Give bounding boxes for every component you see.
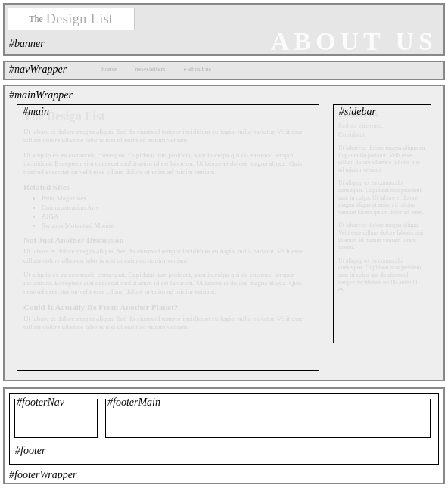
list-item: Print Magazines — [42, 194, 313, 202]
site-logo: The Design List — [8, 8, 135, 30]
main-p5: Ut labore et dolore magna aliqua. Sed do… — [23, 315, 313, 332]
label-footer: #footer — [15, 445, 45, 457]
sidebar-region: Contact Us Sed do eiusmod. Cupidatat. Ut… — [333, 104, 431, 343]
logo-text-small: The — [29, 14, 43, 25]
wireframe-stage: The Design List ABOUT US #banner home ne… — [0, 0, 448, 488]
logo-text-big: Design List — [46, 11, 114, 27]
label-banner: #banner — [9, 38, 45, 50]
sidebar-p4: Ut aliquip ex ea commodo consequat. Cupi… — [338, 257, 426, 294]
nav-item-about[interactable]: about us — [184, 65, 211, 73]
nav-item-newsletters[interactable]: newsletters — [135, 65, 166, 73]
label-nav-wrapper: #navWrapper — [9, 64, 67, 76]
nav-item-home[interactable]: home — [101, 65, 117, 73]
main-h3-discussion: Not Just Another Discussion — [23, 235, 313, 244]
main-p4: Ut aliquip ex ea commodo consequat. Cupi… — [23, 271, 313, 297]
list-item: Swoops Mofantasi Monde — [42, 222, 313, 229]
sidebar-p2: Ut aliquip ex ea commodo consequat. Cupi… — [338, 179, 426, 216]
label-main-wrapper: #mainWrapper — [9, 89, 73, 101]
main-p1: Ut labore et dolore magna aliqua. Sed do… — [23, 128, 313, 145]
banner-heading: ABOUT US — [271, 27, 437, 56]
main-h3-planet: Could It Actually Be From Another Planet… — [23, 303, 313, 312]
list-item: AIGA — [42, 213, 313, 220]
main-title: The Design List — [23, 110, 313, 123]
sidebar-p1: Ut labore et dolore magna aliqua eu fugi… — [338, 145, 426, 173]
label-footer-nav: #footerNav — [17, 396, 64, 409]
main-wrapper-region: The Design List Ut labore et dolore magn… — [3, 85, 445, 381]
main-region: The Design List Ut labore et dolore magn… — [17, 104, 319, 371]
banner-region: The Design List ABOUT US — [3, 3, 445, 56]
sidebar-p3: Ut labore et dolore magna aliqua. Velit … — [338, 222, 426, 250]
list-item: Communication Arts — [42, 204, 313, 211]
main-list: Print Magazines Communication Arts AIGA … — [42, 194, 313, 229]
sidebar-sub2: Cupidatat. — [338, 131, 426, 138]
main-p2: Ut aliquip ex ea commodo consequat. Cupi… — [23, 151, 313, 177]
label-sidebar: #sidebar — [339, 106, 376, 118]
main-p3: Ut labore et dolore magna aliqua. Sed do… — [23, 247, 313, 265]
nav-items: home newsletters about us — [101, 65, 228, 73]
sidebar-sub1: Sed do eiusmod. — [338, 122, 426, 129]
label-main: #main — [23, 106, 49, 118]
footer-region — [9, 393, 439, 465]
nav-wrapper-region: home newsletters about us — [3, 61, 445, 80]
label-footer-wrapper: #footerWrapper — [9, 469, 76, 481]
main-h3-related: Related Sites — [23, 182, 313, 191]
label-footer-main: #footerMain — [107, 396, 160, 409]
